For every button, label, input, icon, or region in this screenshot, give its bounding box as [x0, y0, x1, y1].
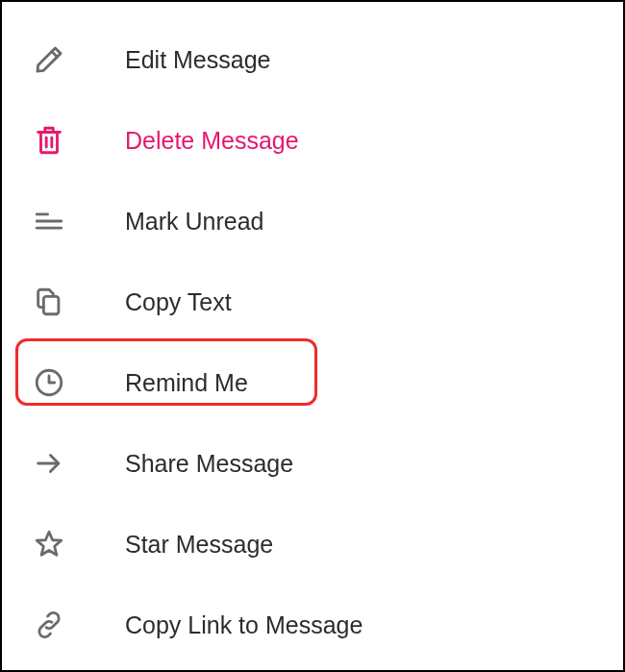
svg-line-0: [52, 52, 58, 58]
star-icon: [31, 526, 67, 562]
menu-item-star-message[interactable]: Star Message: [2, 504, 623, 585]
menu-item-remind-me[interactable]: Remind Me: [2, 342, 623, 423]
share-arrow-icon: [31, 445, 67, 482]
menu-item-share-message[interactable]: Share Message: [2, 423, 623, 504]
link-icon: [31, 607, 67, 643]
clock-icon: [31, 364, 67, 401]
menu-item-label: Mark Unread: [125, 208, 264, 236]
menu-item-label: Star Message: [125, 531, 273, 559]
menu-item-label: Share Message: [125, 450, 293, 478]
svg-marker-9: [37, 532, 62, 555]
menu-item-mark-unread[interactable]: Mark Unread: [2, 181, 623, 261]
menu-item-copy-text[interactable]: Copy Text: [2, 261, 623, 342]
trash-icon: [31, 122, 67, 159]
menu-item-edit-message[interactable]: Edit Message: [2, 19, 623, 100]
svg-rect-6: [43, 296, 59, 313]
unread-icon: [31, 203, 67, 239]
message-context-menu: Edit Message Delete Message: [2, 2, 623, 672]
menu-item-delete-message[interactable]: Delete Message: [2, 100, 623, 181]
menu-item-copy-link[interactable]: Copy Link to Message: [2, 585, 623, 665]
menu-item-label: Edit Message: [125, 46, 270, 74]
menu-list: Edit Message Delete Message: [2, 2, 623, 672]
menu-item-label: Delete Message: [125, 127, 299, 155]
copy-icon: [31, 284, 67, 320]
menu-item-label: Copy Text: [125, 288, 232, 316]
pencil-icon: [31, 41, 67, 78]
menu-item-label: Remind Me: [125, 369, 248, 397]
menu-item-label: Copy Link to Message: [125, 611, 362, 639]
